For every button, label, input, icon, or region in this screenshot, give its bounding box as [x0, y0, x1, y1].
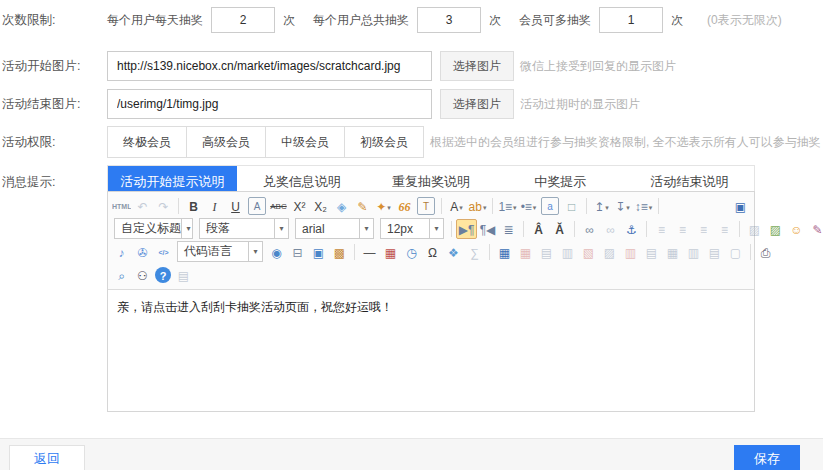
blockquote-icon[interactable]: 66 [394, 196, 415, 216]
paste-icon[interactable]: ▤ [173, 265, 194, 285]
start-image-hint: 微信上接受到回复的显示图片 [520, 58, 676, 75]
code-language-select[interactable]: 代码语言▾ [177, 241, 263, 262]
para-spacing-bottom-icon[interactable]: ↧ [612, 196, 633, 216]
baidu-app-icon[interactable]: ❖ [443, 242, 464, 262]
split-row-icon[interactable]: ▥ [683, 242, 704, 262]
insert-col-icon[interactable]: ▨ [599, 242, 620, 262]
delete-table-icon[interactable]: ▦ [515, 242, 536, 262]
start-image-input[interactable] [107, 51, 432, 81]
split-col-icon[interactable]: ▤ [704, 242, 725, 262]
anchor-icon[interactable]: ⚓ [621, 219, 642, 239]
delete-row-icon[interactable]: ▥ [620, 242, 641, 262]
ordered-list-icon[interactable]: 1≡ [497, 196, 518, 216]
toolbar-separator [441, 198, 442, 214]
font-size-down-icon[interactable]: Ǎ [549, 219, 570, 239]
end-image-input[interactable] [107, 89, 432, 119]
remove-format-icon[interactable]: ◈ [331, 196, 352, 216]
row-start-image: 活动开始图片: 选择图片 微信上接受到回复的显示图片 [0, 51, 823, 81]
paragraph-select[interactable]: 段落▾ [199, 218, 289, 239]
para-spacing-top-icon[interactable]: ↥ [591, 196, 612, 216]
editor-content[interactable]: 亲，请点击进入刮刮卡抽奖活动页面，祝您好运哦！ [108, 290, 754, 415]
member-group-ultimate-button[interactable]: 终极会员 [107, 126, 187, 158]
delete-col-icon[interactable]: ▤ [641, 242, 662, 262]
custom-title-select[interactable]: 自定义标题▾ [114, 218, 193, 239]
toolbar-separator [574, 221, 575, 237]
scrawl-icon[interactable]: ✎ [807, 219, 823, 239]
align-center-icon[interactable]: ≡ [672, 219, 693, 239]
indent-icon[interactable]: ≣ [498, 219, 519, 239]
attachment-icon[interactable]: ✇ [132, 242, 153, 262]
member-group-junior-button[interactable]: 初级会员 [344, 126, 424, 158]
dir-ltr-icon[interactable]: ▶¶ [456, 219, 477, 239]
line-height-icon[interactable]: ↕≡ [633, 196, 654, 216]
date-icon[interactable]: ▦ [380, 242, 401, 262]
emotion-icon[interactable]: ☺ [786, 219, 807, 239]
member-group-middle-button[interactable]: 中级会员 [265, 126, 345, 158]
print-icon[interactable]: ⎙ [755, 242, 776, 262]
insert-table-icon[interactable]: ▦ [494, 242, 515, 262]
member-extra-label: 会员可多抽奖 [519, 12, 591, 29]
autotypeset-icon[interactable]: ✦ [373, 196, 394, 216]
align-left-icon[interactable]: ≡ [651, 219, 672, 239]
search-icon[interactable]: ⌕ [111, 265, 132, 285]
split-cell-icon[interactable]: ▦ [662, 242, 683, 262]
music-icon[interactable]: ♪ [111, 242, 132, 262]
total-input[interactable] [417, 7, 481, 33]
strikethrough-icon[interactable]: ABC [268, 196, 289, 216]
align-right-icon[interactable]: ≡ [693, 219, 714, 239]
font-size-up-icon[interactable]: Â [528, 219, 549, 239]
superscript-icon[interactable]: X² [289, 196, 310, 216]
insert-row-icon[interactable]: ▧ [578, 242, 599, 262]
font-size-select[interactable]: 12px▾ [380, 218, 444, 239]
rich-text-editor: HTML↶↷BIUAABCX²X₂◈✎✦66TAab1≡•≡a□↥↧↕≡▣ 自定… [107, 191, 755, 412]
paste-from-word-icon[interactable]: T [417, 197, 435, 215]
formula-icon[interactable]: ∑ [464, 242, 485, 262]
gmap-icon[interactable]: ▩ [329, 242, 350, 262]
font-color-icon[interactable]: A [446, 196, 467, 216]
map-icon[interactable]: ▣ [308, 242, 329, 262]
font-family-select[interactable]: arial▾ [295, 218, 374, 239]
highlight-color-icon[interactable]: ab [467, 196, 488, 216]
anchor-a-icon[interactable]: a [541, 197, 559, 215]
spechars-icon[interactable]: Ω [422, 242, 443, 262]
undo-icon[interactable]: ↶ [132, 196, 153, 216]
fullscreen-icon[interactable]: ▣ [730, 196, 751, 216]
toolbar-separator [586, 198, 587, 214]
unordered-list-icon[interactable]: •≡ [518, 196, 539, 216]
insert-image-icon[interactable]: ▨ [765, 219, 786, 239]
toolbar-row-2: 自定义标题▾段落▾arial▾12px▾▶¶¶◀≣ÂǍ∞∞⚓≡≡≡≡▨▨☺✎▥ [111, 217, 751, 240]
dir-rtl-icon[interactable]: ¶◀ [477, 219, 498, 239]
count-limit-hint: (0表示无限次) [707, 12, 782, 29]
italic-icon[interactable]: I [204, 196, 225, 216]
find-replace-icon[interactable]: ⚇ [132, 265, 153, 285]
start-image-pick-button[interactable]: 选择图片 [440, 51, 514, 81]
html-source-icon[interactable]: HTML [111, 196, 132, 216]
cleardoc-icon[interactable]: □ [561, 196, 582, 216]
end-image-pick-button[interactable]: 选择图片 [440, 89, 514, 119]
link-icon[interactable]: ∞ [579, 219, 600, 239]
table-props-icon[interactable]: ▢ [725, 242, 746, 262]
unlink-icon[interactable]: ∞ [600, 219, 621, 239]
pagebreak-icon[interactable]: ⊟ [287, 242, 308, 262]
per-day-input[interactable] [211, 7, 275, 33]
insert-code-icon[interactable]: </> [153, 242, 174, 262]
member-extra-input[interactable] [599, 7, 663, 33]
table-header-icon[interactable]: ▤ [536, 242, 557, 262]
underline-icon[interactable]: U [225, 196, 246, 216]
save-button[interactable]: 保存 [734, 445, 800, 470]
hr-icon[interactable]: — [359, 242, 380, 262]
redo-icon[interactable]: ↷ [153, 196, 174, 216]
subscript-icon[interactable]: X₂ [310, 196, 331, 216]
image-icon[interactable]: ▨ [744, 219, 765, 239]
bold-icon[interactable]: B [183, 196, 204, 216]
member-group-senior-button[interactable]: 高级会员 [186, 126, 266, 158]
time-icon[interactable]: ◷ [401, 242, 422, 262]
merge-cells-icon[interactable]: ▥ [557, 242, 578, 262]
help-icon[interactable]: ? [155, 267, 171, 283]
align-justify-icon[interactable]: ≡ [714, 219, 735, 239]
back-button[interactable]: 返回 [9, 445, 85, 470]
format-brush-icon[interactable]: ✎ [352, 196, 373, 216]
char-border-icon[interactable]: A [248, 197, 266, 215]
snapshot-icon[interactable]: ◉ [266, 242, 287, 262]
toolbar-separator [646, 221, 647, 237]
